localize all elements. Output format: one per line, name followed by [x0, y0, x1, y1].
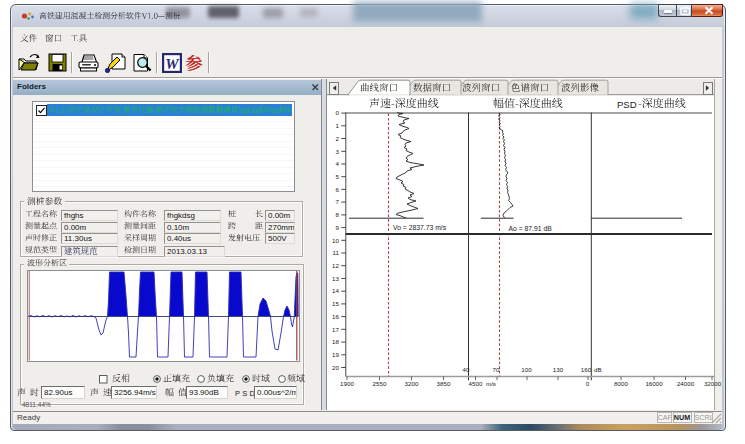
svg-text:11: 11 — [333, 249, 340, 256]
svg-text:0: 0 — [336, 109, 340, 116]
svg-text:5: 5 — [336, 172, 340, 179]
svg-text:1900: 1900 — [340, 379, 354, 386]
svg-text:4500: 4500 — [469, 379, 483, 386]
svg-text:130: 130 — [553, 366, 564, 373]
svg-text:18: 18 — [332, 338, 339, 345]
svg-text:2550: 2550 — [373, 379, 387, 386]
svg-text:160: 160 — [581, 366, 592, 373]
svg-text:40: 40 — [463, 366, 470, 373]
svg-text:24000: 24000 — [677, 379, 695, 386]
svg-text:20: 20 — [332, 363, 339, 370]
svg-text:100: 100 — [521, 366, 532, 373]
svg-text:0: 0 — [586, 379, 590, 386]
svg-text:19: 19 — [332, 351, 339, 358]
svg-text:W: W — [165, 56, 180, 72]
svg-text:4: 4 — [336, 160, 340, 167]
svg-text:dB: dB — [594, 366, 602, 373]
svg-text:7: 7 — [336, 198, 340, 205]
svg-text:2: 2 — [336, 134, 340, 141]
svg-text:17: 17 — [332, 325, 339, 332]
svg-text:12: 12 — [332, 261, 339, 268]
svg-text:10: 10 — [332, 236, 339, 243]
svg-text:m/s: m/s — [486, 379, 496, 386]
svg-text:16000: 16000 — [645, 379, 663, 386]
svg-text:13: 13 — [332, 274, 339, 281]
svg-text:9: 9 — [336, 223, 340, 230]
svg-text:8000: 8000 — [614, 379, 628, 386]
svg-text:1: 1 — [336, 122, 340, 129]
svg-text:8: 8 — [336, 211, 340, 218]
svg-text:14: 14 — [332, 287, 339, 294]
svg-text:6: 6 — [336, 185, 340, 192]
svg-text:70: 70 — [493, 366, 500, 373]
svg-text:3200: 3200 — [405, 379, 419, 386]
svg-text:3: 3 — [336, 147, 340, 154]
svg-text:15: 15 — [332, 300, 339, 307]
svg-text:3850: 3850 — [437, 379, 451, 386]
svg-text:Vo = 2837.73 m/s: Vo = 2837.73 m/s — [393, 224, 447, 231]
svg-text:16: 16 — [332, 312, 339, 319]
svg-text:32000: 32000 — [704, 379, 722, 386]
svg-text:Ao = 87.91 dB: Ao = 87.91 dB — [509, 225, 553, 232]
